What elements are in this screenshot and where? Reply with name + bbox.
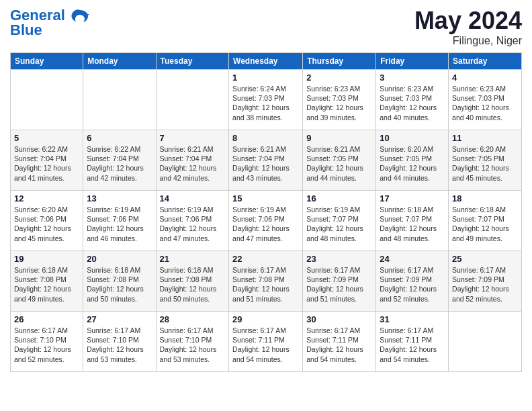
day-info: Sunrise: 6:17 AM Sunset: 7:10 PM Dayligh…	[14, 326, 79, 364]
day-info: Sunrise: 6:18 AM Sunset: 7:07 PM Dayligh…	[380, 205, 445, 243]
day-number: 12	[14, 193, 79, 203]
week-row-1: 1Sunrise: 6:24 AM Sunset: 7:03 PM Daylig…	[11, 70, 522, 130]
day-info: Sunrise: 6:20 AM Sunset: 7:05 PM Dayligh…	[380, 144, 445, 183]
header: General Blue May 2024 Filingue, Niger	[10, 7, 522, 47]
day-number: 2	[306, 73, 372, 83]
day-number: 6	[87, 133, 152, 143]
day-number: 19	[14, 254, 79, 264]
calendar-cell: 20Sunrise: 6:18 AM Sunset: 7:08 PM Dayli…	[83, 251, 156, 312]
calendar-cell: 26Sunrise: 6:17 AM Sunset: 7:10 PM Dayli…	[11, 312, 83, 372]
day-number: 29	[232, 314, 299, 324]
calendar-cell: 30Sunrise: 6:17 AM Sunset: 7:11 PM Dayli…	[303, 312, 376, 372]
week-row-4: 19Sunrise: 6:18 AM Sunset: 7:08 PM Dayli…	[11, 251, 522, 312]
day-number: 9	[306, 133, 372, 143]
weekday-header-sunday: Sunday	[11, 53, 83, 70]
day-number: 3	[380, 73, 445, 83]
day-number: 26	[14, 314, 79, 324]
day-info: Sunrise: 6:23 AM Sunset: 7:03 PM Dayligh…	[306, 84, 372, 122]
calendar-cell: 4Sunrise: 6:23 AM Sunset: 7:03 PM Daylig…	[449, 70, 522, 130]
day-number: 16	[306, 193, 372, 203]
day-info: Sunrise: 6:19 AM Sunset: 7:07 PM Dayligh…	[306, 205, 372, 243]
calendar: SundayMondayTuesdayWednesdayThursdayFrid…	[10, 52, 522, 372]
calendar-cell: 27Sunrise: 6:17 AM Sunset: 7:10 PM Dayli…	[83, 312, 156, 372]
calendar-cell: 29Sunrise: 6:17 AM Sunset: 7:11 PM Dayli…	[229, 312, 303, 372]
month-year: May 2024	[414, 7, 522, 35]
day-number: 23	[306, 254, 372, 264]
day-info: Sunrise: 6:17 AM Sunset: 7:11 PM Dayligh…	[380, 326, 445, 364]
page-container: General Blue May 2024 Filingue, Niger	[0, 0, 532, 379]
bird-icon	[71, 9, 89, 24]
day-number: 13	[87, 193, 152, 203]
calendar-cell	[83, 70, 156, 130]
calendar-cell: 18Sunrise: 6:18 AM Sunset: 7:07 PM Dayli…	[449, 191, 522, 251]
day-number: 11	[452, 133, 518, 143]
day-number: 30	[306, 314, 372, 324]
calendar-cell: 19Sunrise: 6:18 AM Sunset: 7:08 PM Dayli…	[11, 251, 83, 312]
calendar-cell	[11, 70, 83, 130]
weekday-header-monday: Monday	[83, 53, 156, 70]
calendar-cell: 31Sunrise: 6:17 AM Sunset: 7:11 PM Dayli…	[376, 312, 449, 372]
title-area: May 2024 Filingue, Niger	[414, 7, 522, 47]
day-info: Sunrise: 6:20 AM Sunset: 7:06 PM Dayligh…	[14, 205, 79, 243]
calendar-cell: 8Sunrise: 6:21 AM Sunset: 7:04 PM Daylig…	[229, 130, 303, 191]
weekday-header-friday: Friday	[376, 53, 449, 70]
logo-line2: Blue	[10, 24, 89, 36]
day-number: 8	[232, 133, 299, 143]
day-info: Sunrise: 6:23 AM Sunset: 7:03 PM Dayligh…	[452, 84, 518, 122]
weekday-header-row: SundayMondayTuesdayWednesdayThursdayFrid…	[11, 53, 522, 70]
day-number: 21	[160, 254, 226, 264]
calendar-cell: 22Sunrise: 6:17 AM Sunset: 7:08 PM Dayli…	[229, 251, 303, 312]
day-info: Sunrise: 6:18 AM Sunset: 7:08 PM Dayligh…	[14, 265, 79, 304]
calendar-cell: 25Sunrise: 6:17 AM Sunset: 7:09 PM Dayli…	[449, 251, 522, 312]
day-number: 24	[380, 254, 445, 264]
day-number: 28	[160, 314, 226, 324]
calendar-cell: 6Sunrise: 6:22 AM Sunset: 7:04 PM Daylig…	[83, 130, 156, 191]
day-number: 5	[14, 133, 79, 143]
logo: General Blue	[10, 7, 89, 36]
day-number: 27	[87, 314, 152, 324]
calendar-cell: 3Sunrise: 6:23 AM Sunset: 7:03 PM Daylig…	[376, 70, 449, 130]
week-row-3: 12Sunrise: 6:20 AM Sunset: 7:06 PM Dayli…	[11, 191, 522, 251]
calendar-cell: 17Sunrise: 6:18 AM Sunset: 7:07 PM Dayli…	[376, 191, 449, 251]
day-number: 18	[452, 193, 518, 203]
calendar-cell: 9Sunrise: 6:21 AM Sunset: 7:05 PM Daylig…	[303, 130, 376, 191]
calendar-cell: 15Sunrise: 6:19 AM Sunset: 7:06 PM Dayli…	[229, 191, 303, 251]
day-number: 4	[452, 73, 518, 83]
calendar-cell: 2Sunrise: 6:23 AM Sunset: 7:03 PM Daylig…	[303, 70, 376, 130]
calendar-cell: 12Sunrise: 6:20 AM Sunset: 7:06 PM Dayli…	[11, 191, 83, 251]
calendar-cell: 16Sunrise: 6:19 AM Sunset: 7:07 PM Dayli…	[303, 191, 376, 251]
day-info: Sunrise: 6:19 AM Sunset: 7:06 PM Dayligh…	[160, 205, 226, 243]
day-number: 1	[232, 73, 299, 83]
calendar-cell: 11Sunrise: 6:20 AM Sunset: 7:05 PM Dayli…	[449, 130, 522, 191]
day-info: Sunrise: 6:17 AM Sunset: 7:11 PM Dayligh…	[232, 326, 299, 364]
calendar-cell: 14Sunrise: 6:19 AM Sunset: 7:06 PM Dayli…	[156, 191, 229, 251]
day-info: Sunrise: 6:19 AM Sunset: 7:06 PM Dayligh…	[87, 205, 152, 243]
day-number: 20	[87, 254, 152, 264]
week-row-2: 5Sunrise: 6:22 AM Sunset: 7:04 PM Daylig…	[11, 130, 522, 191]
day-number: 31	[380, 314, 445, 324]
day-info: Sunrise: 6:17 AM Sunset: 7:08 PM Dayligh…	[232, 265, 299, 304]
day-info: Sunrise: 6:20 AM Sunset: 7:05 PM Dayligh…	[452, 144, 518, 183]
calendar-cell: 21Sunrise: 6:18 AM Sunset: 7:08 PM Dayli…	[156, 251, 229, 312]
day-info: Sunrise: 6:18 AM Sunset: 7:08 PM Dayligh…	[160, 265, 226, 304]
day-info: Sunrise: 6:22 AM Sunset: 7:04 PM Dayligh…	[14, 144, 79, 183]
calendar-cell: 23Sunrise: 6:17 AM Sunset: 7:09 PM Dayli…	[303, 251, 376, 312]
day-info: Sunrise: 6:23 AM Sunset: 7:03 PM Dayligh…	[380, 84, 445, 122]
day-number: 17	[380, 193, 445, 203]
day-number: 15	[232, 193, 299, 203]
day-info: Sunrise: 6:18 AM Sunset: 7:07 PM Dayligh…	[452, 205, 518, 243]
calendar-cell: 13Sunrise: 6:19 AM Sunset: 7:06 PM Dayli…	[83, 191, 156, 251]
day-number: 7	[160, 133, 226, 143]
day-info: Sunrise: 6:19 AM Sunset: 7:06 PM Dayligh…	[232, 205, 299, 243]
calendar-cell: 1Sunrise: 6:24 AM Sunset: 7:03 PM Daylig…	[229, 70, 303, 130]
calendar-cell: 10Sunrise: 6:20 AM Sunset: 7:05 PM Dayli…	[376, 130, 449, 191]
weekday-header-thursday: Thursday	[303, 53, 376, 70]
day-info: Sunrise: 6:21 AM Sunset: 7:04 PM Dayligh…	[232, 144, 299, 183]
calendar-cell: 5Sunrise: 6:22 AM Sunset: 7:04 PM Daylig…	[11, 130, 83, 191]
calendar-cell	[156, 70, 229, 130]
day-info: Sunrise: 6:21 AM Sunset: 7:05 PM Dayligh…	[306, 144, 372, 183]
day-info: Sunrise: 6:21 AM Sunset: 7:04 PM Dayligh…	[160, 144, 226, 183]
day-number: 10	[380, 133, 445, 143]
calendar-cell: 28Sunrise: 6:17 AM Sunset: 7:10 PM Dayli…	[156, 312, 229, 372]
weekday-header-saturday: Saturday	[449, 53, 522, 70]
